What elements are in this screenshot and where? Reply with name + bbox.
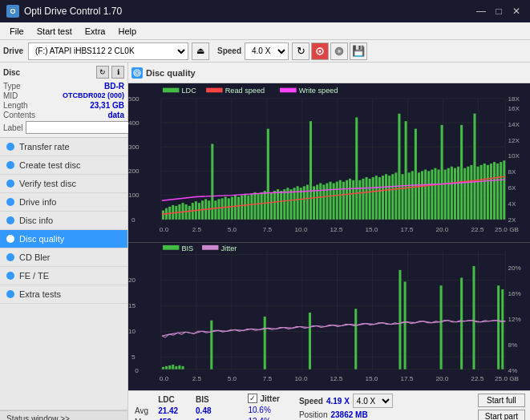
svg-rect-106 [326, 184, 328, 220]
svg-rect-219 [472, 266, 475, 370]
disc-contents-value: data [107, 111, 124, 119]
nav-disc-quality[interactable]: Disc quality [0, 230, 127, 248]
svg-rect-159 [500, 162, 502, 220]
svg-rect-98 [300, 188, 302, 220]
svg-text:22.5: 22.5 [471, 376, 483, 383]
svg-text:2X: 2X [508, 216, 516, 224]
eject-button[interactable]: ⏏ [192, 42, 209, 60]
nav-fe-te[interactable]: FE / TE [0, 267, 127, 285]
svg-rect-101 [310, 121, 312, 220]
svg-rect-140 [437, 170, 439, 220]
menu-file[interactable]: File [3, 25, 30, 38]
close-button[interactable]: ✕ [509, 4, 524, 18]
svg-rect-114 [352, 180, 354, 220]
content-area: Disc quality [128, 63, 530, 420]
stats-bar: LDC BIS Avg 21.42 0.48 Max 459 13 Total … [128, 390, 530, 420]
nav-extra-tests[interactable]: Extra tests [0, 285, 127, 304]
bottom-chart-svg: BIS Jitter 0 5 10 15 20 4% 8% 12% 16% 20… [128, 243, 530, 390]
svg-rect-26 [206, 88, 222, 93]
nav-label-drive-info: Drive info [19, 197, 56, 207]
settings-button[interactable] [311, 42, 329, 60]
svg-rect-119 [369, 179, 371, 220]
svg-rect-120 [372, 177, 374, 220]
svg-rect-179 [163, 245, 179, 250]
disc-reload-icon[interactable]: ↻ [96, 66, 109, 79]
refresh-button[interactable]: ↻ [292, 42, 310, 60]
menu-help[interactable]: Help [111, 25, 143, 38]
start-full-button[interactable]: Start full [478, 394, 525, 407]
toolbar-icon-group: ↻ 💾 [292, 42, 367, 60]
svg-rect-121 [375, 176, 378, 220]
speed-header-row: Speed 4.19 X 4.0 X [299, 394, 393, 408]
status-window-button[interactable]: Status window >> [0, 410, 127, 420]
minimize-button[interactable]: — [474, 4, 488, 18]
svg-rect-139 [434, 168, 436, 220]
svg-text:5.0: 5.0 [228, 226, 237, 233]
svg-rect-135 [421, 171, 423, 219]
svg-rect-73 [217, 199, 220, 219]
svg-text:7.5: 7.5 [263, 226, 273, 233]
nav-drive-info[interactable]: Drive info [0, 193, 127, 212]
nav-create-test-disc[interactable]: Create test disc [0, 156, 127, 175]
nav-transfer-rate[interactable]: Transfer rate [0, 138, 127, 156]
nav-verify-test-disc[interactable]: Verify test disc [0, 175, 127, 193]
svg-text:400: 400 [128, 119, 140, 127]
nav-label-disc-quality: Disc quality [19, 234, 64, 244]
jitter-max: 12.4% [248, 417, 270, 420]
position-value: 23862 MB [330, 410, 367, 419]
svg-rect-92 [280, 191, 282, 220]
svg-rect-220 [497, 285, 500, 370]
svg-rect-143 [447, 168, 450, 220]
svg-text:12%: 12% [508, 316, 520, 323]
disc-length-value: 23,31 GB [90, 101, 124, 110]
svg-rect-75 [225, 197, 227, 220]
svg-text:12.5: 12.5 [330, 226, 344, 233]
svg-text:0.0: 0.0 [160, 376, 169, 383]
drive-select[interactable]: (F:) ATAPI iHBS112 2 CL0K [28, 42, 188, 60]
disc-label-label: Label [3, 123, 22, 132]
disc-info-icon[interactable]: ℹ [111, 66, 124, 79]
svg-rect-149 [467, 167, 469, 220]
ldc-header: LDC [158, 395, 194, 405]
svg-rect-126 [391, 174, 394, 220]
disc-button[interactable] [330, 42, 348, 60]
svg-rect-131 [408, 172, 411, 220]
nav-cd-bler[interactable]: CD Bler [0, 248, 127, 267]
menu-extra[interactable]: Extra [79, 25, 112, 38]
svg-text:10: 10 [128, 329, 136, 336]
maximize-button[interactable]: □ [492, 4, 506, 18]
svg-rect-72 [214, 200, 216, 220]
nav-dot [6, 253, 14, 261]
speed-select-stats[interactable]: 4.0 X [353, 394, 393, 408]
nav-disc-info[interactable]: Disc info [0, 212, 127, 230]
svg-rect-161 [128, 243, 530, 390]
svg-rect-90 [273, 191, 276, 220]
start-part-button[interactable]: Start part [478, 410, 525, 420]
svg-rect-210 [181, 366, 184, 370]
save-button[interactable]: 💾 [350, 42, 367, 60]
svg-rect-74 [221, 198, 224, 219]
jitter-avg: 10.6% [248, 406, 270, 414]
svg-rect-104 [319, 184, 322, 220]
svg-text:20.0: 20.0 [435, 226, 449, 233]
disc-label-input[interactable] [26, 121, 132, 134]
svg-rect-142 [444, 170, 447, 220]
svg-text:Jitter: Jitter [221, 244, 237, 252]
svg-rect-130 [405, 121, 407, 220]
disc-type-row: Type BD-R [3, 82, 124, 91]
jitter-checkbox[interactable]: ✓ [248, 394, 257, 403]
svg-text:12.5: 12.5 [330, 376, 343, 383]
disc-section-title: Disc [3, 68, 20, 77]
svg-rect-87 [264, 191, 266, 220]
svg-rect-156 [490, 164, 492, 220]
nav-dot-active [6, 235, 14, 243]
svg-rect-91 [277, 189, 279, 220]
svg-rect-109 [336, 182, 338, 220]
nav-dot [6, 180, 14, 188]
svg-rect-147 [460, 125, 463, 220]
svg-point-5 [136, 71, 139, 75]
svg-rect-115 [355, 117, 358, 219]
svg-rect-79 [237, 197, 240, 220]
menu-start-test[interactable]: Start test [30, 25, 79, 38]
speed-select[interactable]: 4.0 X [245, 42, 289, 60]
